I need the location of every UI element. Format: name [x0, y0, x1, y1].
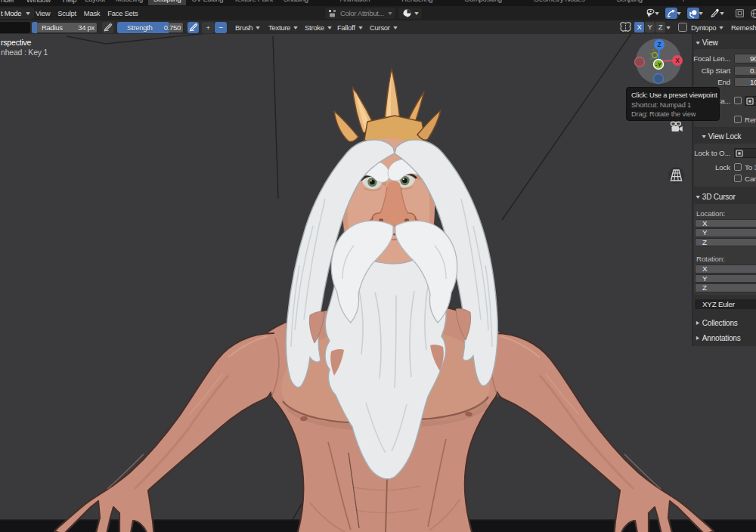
brush-direction-add-button[interactable]: +: [202, 22, 214, 33]
cursor-rotation-order-dropdown[interactable]: XYZ Euler: [695, 299, 756, 309]
gizmo-neg-x-axis[interactable]: [635, 57, 645, 67]
dyntopo-popover[interactable]: Dyntopo▾: [691, 22, 723, 33]
chevron-down-icon: ▾: [393, 24, 397, 31]
tab-animation[interactable]: Animation: [335, 0, 376, 5]
tab-compositing[interactable]: Compositing: [459, 0, 507, 5]
orbit-options-dropdown[interactable]: ▾: [664, 8, 682, 19]
gizmo-x-label: X: [675, 57, 680, 64]
orbit-arc-icon[interactable]: [665, 8, 677, 19]
cursor-location-z-field[interactable]: Z: [695, 238, 756, 247]
tab-geometry-nodes[interactable]: Geometry Nodes: [528, 0, 590, 5]
select-visibility-dropdown[interactable]: ▾: [643, 8, 660, 19]
add-workspace-button[interactable]: +: [681, 0, 686, 4]
focal-length-row: Focal Len... 90: [692, 54, 756, 63]
brush-direction-subtract-button[interactable]: −: [215, 22, 227, 33]
chevron-down-icon: ▾: [26, 10, 30, 17]
menu-help[interactable]: Help: [57, 0, 82, 4]
local-camera-object-field[interactable]: [745, 96, 756, 106]
character-king-triton[interactable]: [54, 69, 714, 532]
tooltip-line-1: Click: Use a preset viewpoint: [631, 91, 719, 101]
perspective-toggle-icon[interactable]: [668, 167, 685, 184]
viewport-3d[interactable]: rspective nhead : Key 1 Z X -Y: [0, 34, 756, 532]
color-attribute-dropdown[interactable]: Color Attribut... ▾: [325, 8, 395, 19]
sidebar-n-panel: ▾View Focal Len... 90 Clip Start 0. End …: [692, 34, 756, 346]
navigation-gizmo[interactable]: Z X -Y: [634, 36, 683, 86]
topbar: nder Window Help Layout Modeling Sculpti…: [0, 0, 756, 6]
chevron-down-icon: ▾: [293, 24, 297, 31]
symmetry-y-button[interactable]: Y: [645, 22, 655, 32]
falloff-popover[interactable]: Falloff▾: [337, 22, 361, 33]
cursor-rotation-z-field[interactable]: Z: [695, 283, 756, 292]
chevron-down-icon: ▾: [327, 24, 331, 31]
falloff-dropdown[interactable]: ▾: [398, 8, 422, 19]
radius-pressure-button[interactable]: [102, 22, 113, 33]
strength-pressure-button[interactable]: [187, 22, 199, 33]
brush-popover[interactable]: Brush▾: [235, 22, 259, 33]
symmetry-chevron-icon[interactable]: ▾: [666, 24, 670, 31]
viewport-object-info: nhead : Key 1: [1, 48, 48, 57]
sphere-rotate-icon[interactable]: [687, 8, 699, 19]
menu-face-sets[interactable]: Face Sets: [104, 9, 141, 17]
brush-preview-field[interactable]: [0, 22, 30, 33]
local-camera-checkbox[interactable]: [734, 97, 742, 104]
remesh-popover[interactable]: Remesh: [731, 22, 756, 33]
render-region-checkbox[interactable]: [734, 116, 742, 123]
annotate-pen-icon[interactable]: [708, 8, 720, 19]
camera-view-icon[interactable]: [671, 122, 683, 132]
cursor-location-y-field[interactable]: Y: [695, 228, 756, 237]
tab-texture-paint[interactable]: Texture Paint: [228, 0, 278, 5]
sphere-snap-dropdown[interactable]: ▾: [686, 8, 704, 19]
gizmo-neg-z-axis[interactable]: [654, 74, 664, 84]
menu-view[interactable]: View: [32, 9, 54, 17]
camera-to-view-row: Cam: [692, 174, 756, 184]
radius-slider[interactable]: Radius 34 px: [32, 22, 98, 33]
menu-window[interactable]: Window: [20, 0, 57, 4]
cursor-rotation-y-field[interactable]: Y: [695, 274, 756, 283]
panel-view-header[interactable]: ▾View: [696, 39, 718, 47]
clip-end-field[interactable]: 10: [734, 77, 756, 87]
lock-to-object-row: Lock to O...: [692, 148, 756, 158]
shading-globe-icon[interactable]: [749, 8, 756, 19]
dyntopo-checkbox[interactable]: [678, 23, 687, 32]
stroke-popover[interactable]: Stroke▾: [305, 22, 330, 33]
panel-expand-icon: ▾: [696, 193, 699, 200]
cursor-popover[interactable]: Cursor▾: [370, 22, 396, 33]
workspace-tabs: Layout Modeling Sculpting UV Editing Tex…: [79, 0, 686, 5]
panel-3d-cursor-header[interactable]: ▾3D Cursor: [696, 193, 736, 201]
camera-to-view-checkbox[interactable]: [734, 175, 742, 182]
panel-annotations-header[interactable]: ▾Annotations: [696, 334, 740, 342]
tab-modeling[interactable]: Modeling: [110, 0, 148, 5]
xray-icon[interactable]: [733, 8, 745, 19]
cursor-location-x-field[interactable]: X: [695, 219, 756, 228]
focal-length-field[interactable]: 90: [734, 54, 756, 63]
menu-mask[interactable]: Mask: [80, 9, 104, 17]
lock-to-3d-cursor-label: To 3: [745, 162, 756, 172]
clip-start-row: Clip Start 0.: [692, 66, 756, 76]
lock-to-object-label: Lock to O...: [694, 148, 730, 158]
clip-start-field[interactable]: 0.: [734, 66, 756, 76]
tab-layout[interactable]: Layout: [79, 0, 110, 5]
tab-sculpting[interactable]: Sculpting: [148, 0, 186, 5]
lock-to-object-field[interactable]: [734, 148, 756, 158]
strength-slider[interactable]: Strength 0.750: [117, 22, 184, 33]
menu-sculpt[interactable]: Sculpt: [54, 9, 80, 17]
cursor-rotation-x-field[interactable]: X: [695, 264, 756, 274]
panel-view-lock-header[interactable]: ▾View Lock: [702, 132, 741, 141]
symmetry-x-button[interactable]: X: [634, 22, 644, 32]
tab-shading[interactable]: Shading: [278, 0, 314, 5]
render-region-label: Rend: [745, 115, 756, 125]
panel-collections-header[interactable]: ▾Collections: [696, 319, 738, 327]
tab-scripting[interactable]: Scripting: [611, 0, 647, 5]
tab-rendering[interactable]: Rendering: [396, 0, 438, 5]
annotate-dropdown[interactable]: ▾: [707, 8, 725, 19]
object-picker-icon: [736, 150, 743, 157]
symmetry-z-button[interactable]: Z: [655, 22, 665, 32]
lock-to-3d-cursor-checkbox[interactable]: [734, 163, 742, 171]
mode-dropdown[interactable]: t Mode ▾: [0, 8, 34, 19]
vertex-color-icon: [328, 9, 337, 18]
chevron-down-icon: ▾: [720, 10, 724, 17]
menu-render[interactable]: nder: [0, 0, 20, 4]
tab-uv-editing[interactable]: UV Editing: [186, 0, 228, 5]
texture-popover[interactable]: Texture▾: [268, 22, 297, 33]
cursor-location-label: Location:: [696, 209, 725, 218]
